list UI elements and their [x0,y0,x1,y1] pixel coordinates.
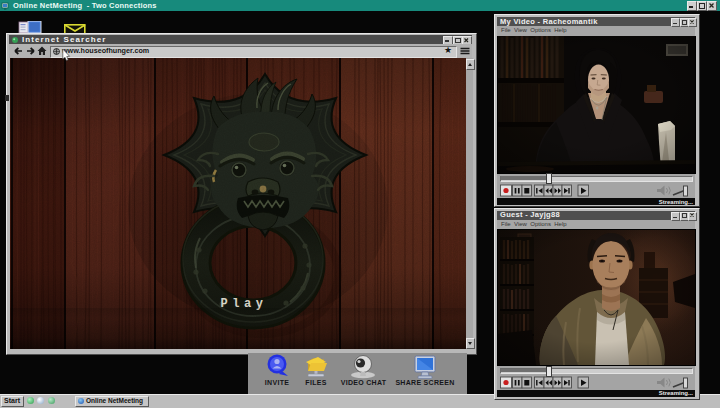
svg-text:VIDEO CHAT: VIDEO CHAT [341,379,387,386]
svg-text:INVITE: INVITE [265,379,289,386]
svg-text:SHARE SCREEN: SHARE SCREEN [395,379,454,386]
svg-text:FILES: FILES [305,379,326,386]
